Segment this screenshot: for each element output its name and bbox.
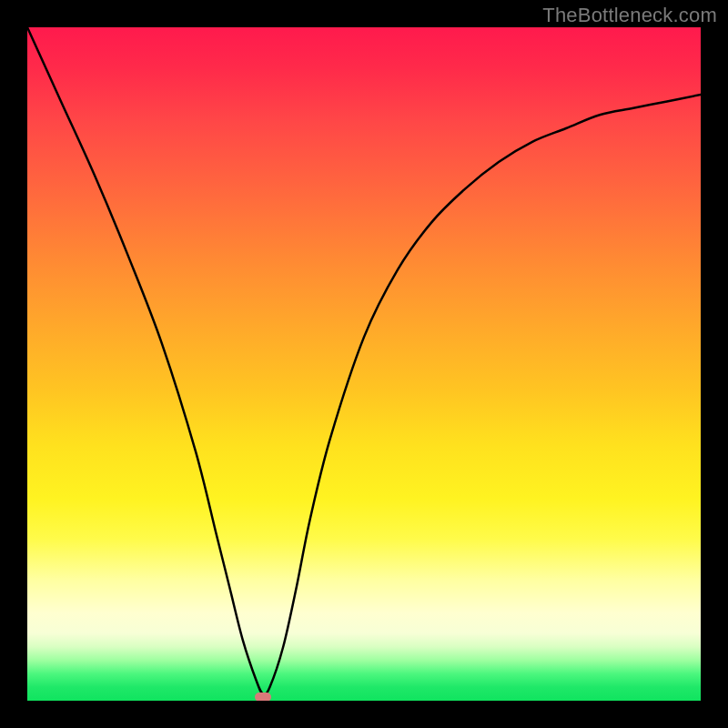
optimal-point-marker — [255, 693, 271, 701]
bottleneck-curve — [27, 27, 701, 701]
plot-area — [27, 27, 701, 701]
chart-frame: TheBottleneck.com — [0, 0, 728, 728]
watermark-text: TheBottleneck.com — [542, 4, 717, 27]
